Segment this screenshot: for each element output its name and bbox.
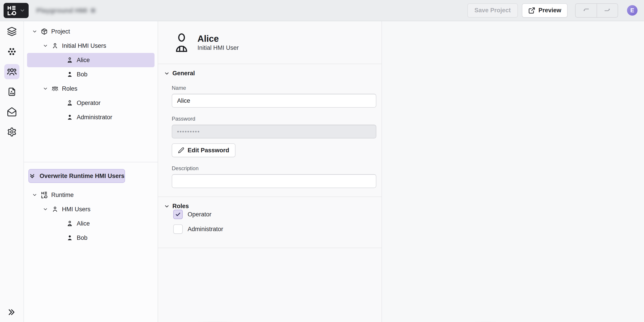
chevron-down-icon[interactable] [43, 206, 52, 212]
tree-item-label: Administrator [77, 114, 112, 121]
tree-item-label: Operator [77, 100, 100, 107]
rail-item-settings[interactable] [4, 124, 20, 140]
tree-item-bob[interactable]: Bob [24, 67, 158, 82]
description-label: Description [172, 165, 376, 171]
helio-logo-icon [7, 5, 17, 16]
topbar: Playground HMI Save Project Preview E [0, 0, 644, 21]
overwrite-runtime-users-button[interactable]: Overwrite Runtime HMI Users [28, 169, 125, 183]
helio-logo-icon [41, 191, 51, 198]
tree-item-label: HMI Users [62, 206, 90, 213]
tree-item-label: Bob [77, 234, 88, 241]
save-project-button[interactable]: Save Project [467, 3, 518, 18]
role-option-operator: Operator [173, 210, 376, 219]
user-badge-large-icon [174, 33, 189, 52]
rail-item-layers[interactable] [4, 24, 20, 39]
administrator-checkbox[interactable] [173, 224, 183, 234]
description-input[interactable] [172, 174, 376, 188]
detail-header: Alice Initial HMI User [158, 21, 382, 64]
tree-item-runtime-alice[interactable]: Alice [24, 216, 158, 231]
role-option-administrator: Administrator [173, 224, 376, 234]
runtime-tree: Overwrite Runtime HMI Users Runtime [24, 162, 158, 322]
icon-rail [0, 21, 24, 322]
roles-section-header[interactable]: Roles [164, 203, 376, 210]
user-outline-icon [52, 206, 62, 213]
tree-item-hmi-users[interactable]: HMI Users [24, 202, 158, 216]
detail-panel: Alice Initial HMI User General Name Pass… [158, 21, 382, 322]
role-option-label: Administrator [188, 226, 223, 233]
tree-item-alice[interactable]: Alice [27, 53, 154, 67]
chevrons-down-icon [29, 173, 36, 179]
user-badge-icon [66, 100, 77, 106]
chevrons-right-icon [7, 308, 16, 317]
general-section-header[interactable]: General [164, 70, 376, 77]
project-name-badge [91, 8, 95, 13]
rail-item-users[interactable] [4, 64, 20, 79]
password-label: Password [172, 116, 376, 122]
chevron-down-icon[interactable] [43, 86, 52, 91]
media-file-icon [7, 87, 17, 97]
tree-item-runtime[interactable]: Runtime [24, 188, 158, 202]
chevron-down-icon [164, 203, 170, 209]
check-icon [175, 211, 181, 217]
tree-panel: Project Initial HMI Users Alice Bob Role… [24, 21, 158, 322]
user-solid-icon [66, 71, 77, 78]
chevron-down-icon[interactable] [32, 192, 41, 198]
gear-icon [7, 127, 17, 137]
project-tree: Project Initial HMI Users Alice Bob Role… [24, 21, 158, 162]
undo-button[interactable] [576, 4, 596, 17]
rail-item-assets[interactable] [4, 84, 20, 99]
external-link-icon [528, 7, 535, 14]
overwrite-runtime-users-label: Overwrite Runtime HMI Users [40, 173, 124, 179]
app-logo-menu[interactable] [4, 3, 28, 18]
user-badge-icon [66, 57, 77, 63]
preview-button[interactable]: Preview [522, 3, 568, 18]
chevron-down-icon[interactable] [43, 43, 52, 48]
tree-item-label: Roles [62, 85, 77, 92]
workspace-area [382, 21, 644, 322]
layers-icon [7, 26, 17, 36]
chevron-down-icon [20, 7, 25, 13]
detail-header-text: Alice Initial HMI User [198, 33, 239, 51]
users-icon [7, 67, 17, 77]
general-section: General Name Password Edit Password Desc… [158, 64, 382, 197]
rail-item-components[interactable] [4, 44, 20, 59]
main-layout: Project Initial HMI Users Alice Bob Role… [0, 21, 644, 322]
avatar[interactable]: E [627, 5, 638, 16]
package-icon [41, 28, 51, 35]
detail-title: Alice [198, 33, 239, 44]
chevron-down-icon [164, 71, 170, 76]
preview-button-label: Preview [538, 7, 561, 14]
redo-icon [604, 7, 611, 14]
tree-item-label: Alice [77, 57, 90, 64]
redo-button[interactable] [596, 4, 618, 17]
mail-open-icon [7, 107, 17, 117]
tree-item-initial-hmi-users[interactable]: Initial HMI Users [24, 39, 158, 53]
undo-icon [582, 7, 590, 14]
user-group-icon [52, 85, 62, 92]
pencil-icon [178, 147, 184, 154]
user-solid-icon [66, 234, 77, 241]
expand-sidebar-button[interactable] [7, 308, 16, 317]
operator-checkbox[interactable] [173, 210, 183, 219]
detail-subtitle: Initial HMI User [198, 44, 239, 51]
tree-item-operator[interactable]: Operator [24, 96, 158, 110]
tree-item-label: Runtime [51, 192, 74, 198]
name-input[interactable] [172, 94, 376, 108]
tree-item-project[interactable]: Project [24, 24, 158, 39]
tree-item-roles[interactable]: Roles [24, 82, 158, 96]
roles-section-title: Roles [172, 203, 189, 210]
tree-item-runtime-bob[interactable]: Bob [24, 231, 158, 245]
user-solid-icon [66, 114, 77, 121]
undo-redo-group [575, 3, 618, 18]
user-badge-icon [66, 220, 77, 227]
role-option-label: Operator [188, 211, 212, 218]
chevron-down-icon[interactable] [32, 29, 41, 34]
tree-item-label: Bob [77, 71, 88, 78]
general-section-title: General [172, 70, 195, 77]
edit-password-button[interactable]: Edit Password [172, 143, 236, 157]
rail-item-messages[interactable] [4, 104, 20, 120]
tree-item-label: Project [51, 28, 70, 35]
roles-section: Roles Operator Administrator [158, 197, 382, 248]
project-name[interactable]: Playground HMI [36, 7, 87, 14]
tree-item-administrator[interactable]: Administrator [24, 110, 158, 124]
